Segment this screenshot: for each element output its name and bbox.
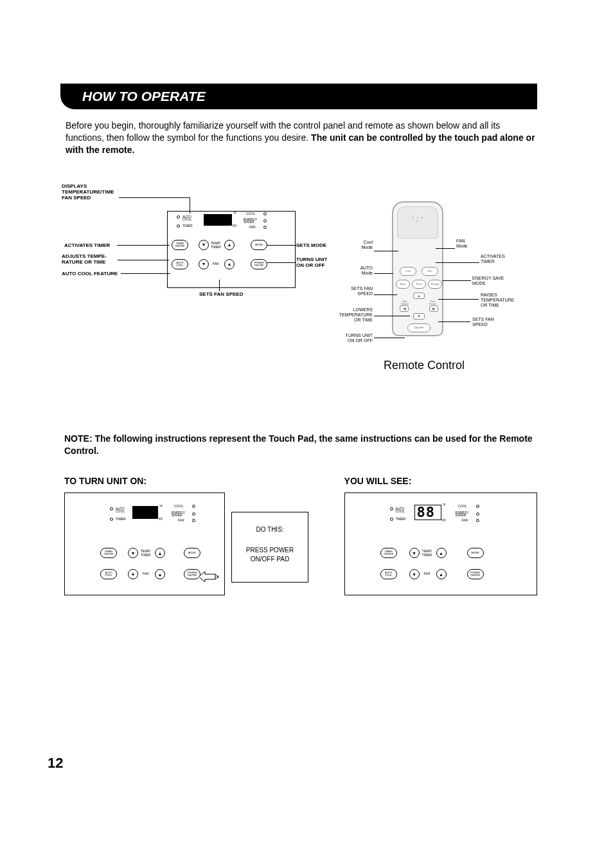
rbd2[interactable]: ▼ [409,569,420,579]
remote-fan[interactable]: Fan [422,267,438,276]
ml2: TIMER [116,518,126,520]
mbd2[interactable]: ▼ [128,569,138,579]
btn-autocool[interactable]: AUTOCOOL [172,259,188,269]
callout-activates-timer: ACTIVATES TIMER [64,242,110,248]
rlbl1: TEMP/TIMER [422,549,432,557]
ml1: AUTOCOOL [116,507,125,512]
intro-paragraph: Before you begin, thoroughly familiarize… [64,120,537,156]
callout-autocool: AUTO COOL FEATURE [62,271,118,276]
ind-fan: FAN [249,226,256,228]
ind-energy: ENERGYSAVER [244,218,257,223]
note-text: NOTE: The following instructions represe… [64,433,537,457]
btn-mode[interactable]: MODE [251,240,267,250]
rc-activates: ACTIVATESTIMER [481,254,505,264]
remote-onoff[interactable]: ON/OFF [407,323,431,332]
remote-title: Remote Control [360,359,488,372]
diagrams-area: DISPLAYSTEMPERATURE/TIMEFAN SPEED ACTIVA… [64,188,537,381]
step-right-head: YOU WILL SEE: [344,476,537,486]
remote-right[interactable]: ▶ [429,305,438,312]
remote-up[interactable]: ▲ [413,293,425,299]
ru2: F0 [442,519,446,521]
mb2[interactable]: MODE [184,548,200,558]
ru1: °F [443,503,446,506]
rc-lowers: LOWERSTEMPERATUREOR TIME [321,307,373,323]
rl2: TIMER [396,518,406,520]
rbd1[interactable]: ▼ [409,548,420,558]
rb1[interactable]: TIMERON/OFF [380,548,397,558]
ind-autocool: AUTOCOOL [182,215,191,221]
display-88: 88 [417,504,436,520]
rb4[interactable]: POWERON/OFF [467,569,484,579]
lbl-fan: FAN [213,262,219,266]
callout-turnsunit: TURNS UNITON OR OFF [296,257,327,268]
mlbl2: FAN [143,572,149,575]
u2: F0 [159,518,163,520]
callout-adjusts-temp: ADJUSTS TEMPE-RATURE OR TIME [62,253,107,265]
btn-power[interactable]: POWERON/OFF [251,259,267,269]
rc-cool-mode: CoolMode [341,240,373,250]
remote-energy[interactable]: Energy [428,280,442,289]
remote-timer[interactable]: Timer [412,280,426,289]
btn-timer-onoff[interactable]: TIMERON/OFF [172,240,188,250]
btn-fan-down[interactable]: ▼ [199,259,209,269]
callout-displays: DISPLAYSTEMPERATURE/TIMEFAN SPEED [62,183,126,201]
remote-fan-faster: FanFaster [429,300,436,305]
mbu2[interactable]: ▲ [155,569,165,579]
btn-fan-up[interactable]: ▲ [224,259,235,269]
unit-f-bot: F0 [233,224,236,227]
remote-cool[interactable]: Cool [400,267,416,276]
step-left-head: TO TURN UNIT ON: [64,476,325,486]
mbd1[interactable]: ▼ [128,548,138,558]
press-power: PRESS POWERON/OFF PAD [237,546,303,564]
rlbl2: FAN [424,572,431,575]
mr1: COOL [174,505,183,507]
mb1[interactable]: TIMERON/OFF [100,548,117,558]
rr3: FAN [462,519,468,521]
rb3[interactable]: AUTOCOOL [380,569,397,579]
btn-temp-up[interactable]: ▲ [224,240,235,250]
mb3[interactable]: AUTOCOOL [100,569,117,579]
remote-fan-slower: FanSlower [401,300,409,305]
panel-display [204,214,232,226]
u1: °F [159,505,163,507]
rc-sets-fan-r: SETS FANSPEED [472,317,494,327]
rl1: AUTOCOOL [396,507,405,512]
rc-sets-fan: SETS FANSPEED [334,286,373,296]
remote-down[interactable]: ▼ [413,313,425,320]
section-header: HOW TO OPERATE [60,84,537,109]
mr3: FAN [178,519,184,521]
btn-temp-down[interactable]: ▼ [199,240,209,250]
unit-f-top: °F [233,212,236,214]
remote-auto[interactable]: Auto [396,280,410,289]
remote-left[interactable]: ◀ [400,305,409,312]
rc-fan-mode: FANMode [456,239,468,249]
rc-auto-mode: AUTOMode [341,266,373,276]
mb4[interactable]: POWERON/OFF [184,569,200,579]
callout-setsmode: SETS MODE [296,242,326,248]
ind-cool: COOL [246,212,255,215]
panel-mini-left: °F F0 AUTOCOOL TIMER COOL ENERGYSAVER FA… [64,493,225,595]
rr1: COOL [458,505,467,507]
pointer-icon [200,570,219,583]
rc-energy: ENERGY SAVEMODE [472,276,504,286]
rb2[interactable]: MODE [467,548,484,558]
page-number: 12 [48,755,63,772]
mbu1[interactable]: ▲ [155,548,165,558]
rc-turns: TURNS UNITON OR OFF [334,333,373,343]
rr2: ENERGYSAVER [456,511,469,516]
mr2: ENERGYSAVER [172,511,185,516]
rbu1[interactable]: ▲ [436,548,447,558]
panel-mini-right: 88 °F F0 AUTOCOOL TIMER COOL ENERGYSAVER… [344,493,537,595]
lbl-temp-timer: TEMP/TIMER [211,241,221,249]
ind-timer: TIMER [182,224,193,227]
rc-raises: RAISESTEMPERATUREOR TIME [481,293,514,308]
mlbl1: TEMP/TIMER [141,549,151,557]
callout-setsfan: SETS FAN SPEED [199,291,243,297]
do-this: DO THIS: [237,525,303,534]
rbu2[interactable]: ▲ [436,569,447,579]
instruction-box: DO THIS: PRESS POWERON/OFF PAD [231,512,308,583]
